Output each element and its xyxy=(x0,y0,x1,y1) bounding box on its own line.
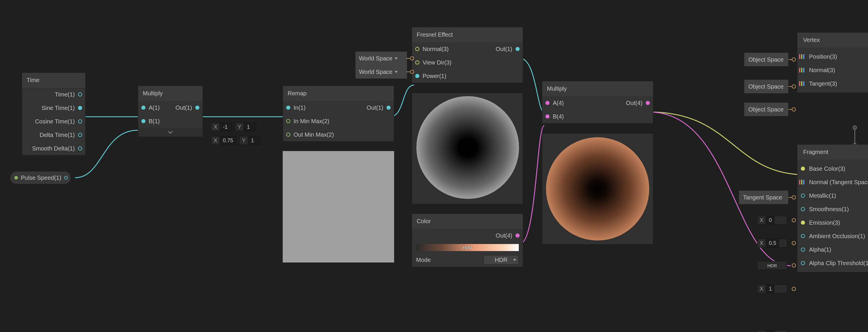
remap-preview xyxy=(283,151,394,263)
basecolor-port[interactable] xyxy=(801,167,805,171)
vertex-title: Vertex xyxy=(797,33,868,48)
position-port[interactable] xyxy=(799,54,807,59)
time-node[interactable]: Time Time(1) Sine Time(1) Cosine Time(1)… xyxy=(22,72,86,155)
remap-inmm: In Min Max(2) xyxy=(293,118,329,125)
vertex-normal-space[interactable]: Object Space xyxy=(744,80,788,93)
color-mode-label: Mode xyxy=(416,256,431,263)
normalts-port[interactable] xyxy=(799,180,807,184)
multiply-node-2[interactable]: Multiply A(4) Out(4) B(4) xyxy=(542,81,653,123)
remap-node[interactable]: Remap In(1) Out(1) In Min Max(2) Out Min… xyxy=(283,86,394,142)
remap-outmm: Out Min Max(2) xyxy=(293,131,334,138)
ao-value[interactable]: X1 xyxy=(757,284,787,293)
fresnel-viewdir-port[interactable] xyxy=(415,60,419,64)
remap-outmm-x[interactable]: X0.75 xyxy=(211,136,236,145)
ao-chip-ring[interactable] xyxy=(792,287,796,291)
vertex-tangent: Tangent(3) xyxy=(809,80,837,87)
color-mode-dropdown[interactable]: HDR xyxy=(484,255,519,265)
fragment-master[interactable]: Fragment Base Color(3) Normal (Tangent S… xyxy=(797,144,868,272)
time-node-title: Time xyxy=(22,73,85,88)
mul2-a: A(4) xyxy=(553,100,564,107)
vertex-position-space[interactable]: Object Space xyxy=(744,53,788,66)
metallic-chip-ring[interactable] xyxy=(792,218,796,222)
mul1-b: B(1) xyxy=(149,118,160,125)
smoothness-value[interactable]: X0.5 xyxy=(757,239,787,247)
fragment-normal-space[interactable]: Tangent Space xyxy=(739,191,788,204)
fresnel-viewdir-space[interactable]: World Space xyxy=(355,65,407,79)
pulse-speed-node[interactable]: Pulse Speed(1) xyxy=(10,171,71,184)
sine-time-port[interactable] xyxy=(78,106,82,110)
chevron-down-icon xyxy=(395,58,398,60)
multiply1-title: Multiply xyxy=(138,86,203,101)
smoothness-port[interactable] xyxy=(801,207,805,211)
pulse-in-port[interactable] xyxy=(14,176,18,180)
ao-port[interactable] xyxy=(801,234,805,238)
remap-inmm-y[interactable]: Y1 xyxy=(235,123,256,131)
mul1-b-port[interactable] xyxy=(141,119,146,123)
mul2-out-port[interactable] xyxy=(646,101,650,105)
remap-inmm-fields: X-1 Y1 xyxy=(211,123,256,131)
emission-chip-ring[interactable] xyxy=(792,263,796,268)
remap-outmm-port[interactable] xyxy=(286,132,290,137)
fresnel-normal-space[interactable]: World Space xyxy=(355,52,407,65)
frag-smoothness: Smoothness(1) xyxy=(809,206,849,213)
frag-basecolor: Base Color(3) xyxy=(809,165,845,172)
delta-time-port[interactable] xyxy=(78,133,82,137)
expand-toggle[interactable] xyxy=(138,128,203,137)
stack-connector-top[interactable] xyxy=(853,125,857,130)
vertex-master[interactable]: Vertex Position(3) Normal(3) Tangent(3) xyxy=(797,32,868,93)
multiply-node-1[interactable]: Multiply A(1) Out(1) B(1) xyxy=(138,86,203,137)
vtangent-port[interactable] xyxy=(799,81,807,86)
remap-out: Out(1) xyxy=(367,104,383,111)
emission-hdr-chip[interactable]: HDR xyxy=(757,261,787,270)
act-value[interactable]: X0 xyxy=(757,330,787,332)
remap-in-port[interactable] xyxy=(286,105,290,110)
color-title: Color xyxy=(412,214,523,229)
remap-out-port[interactable] xyxy=(386,105,391,110)
fresnel-power-port[interactable] xyxy=(415,74,419,78)
remap-in: In(1) xyxy=(293,104,306,111)
remap-outmm-y[interactable]: Y1 xyxy=(239,136,260,145)
cosine-time-out: Cosine Time(1) xyxy=(35,118,75,125)
mul1-a-port[interactable] xyxy=(141,105,146,110)
metallic-value[interactable]: X0 xyxy=(757,216,787,225)
smooth-delta-out: Smooth Delta(1) xyxy=(32,145,75,152)
alpha-port[interactable] xyxy=(801,247,805,252)
frag-metallic: Metallic(1) xyxy=(809,192,836,199)
color-node[interactable]: Color Out(4) HDR Mode HDR xyxy=(412,213,523,267)
frag-normalts: Normal (Tangent Space)(3) xyxy=(809,179,868,186)
fresnel-normal-port[interactable] xyxy=(415,47,419,51)
act-port[interactable] xyxy=(801,261,805,265)
vertex-position: Position(3) xyxy=(809,53,837,60)
delta-time-out: Delta Time(1) xyxy=(39,132,75,139)
mul2-b-port[interactable] xyxy=(546,114,550,119)
vnormal-port[interactable] xyxy=(799,68,807,72)
mul2-a-port[interactable] xyxy=(546,101,550,105)
color-swatch[interactable]: HDR xyxy=(416,244,519,251)
fresnel-node[interactable]: Fresnel Effect Normal(3) Out(1) View Dir… xyxy=(412,27,523,83)
color-out: Out(4) xyxy=(496,232,512,239)
color-out-port[interactable] xyxy=(516,234,520,238)
metallic-port[interactable] xyxy=(801,193,805,198)
mul1-a: A(1) xyxy=(149,104,160,111)
mul2-b: B(4) xyxy=(553,113,564,120)
stack-connector-line xyxy=(855,130,855,143)
time-port[interactable] xyxy=(78,92,82,96)
time-out: Time(1) xyxy=(55,91,75,98)
cosine-time-port[interactable] xyxy=(78,119,82,123)
remap-inmm-x[interactable]: X-1 xyxy=(211,123,232,131)
frag-act: Alpha Clip Threshold(1) xyxy=(809,260,868,267)
emission-port[interactable] xyxy=(801,220,805,225)
smooth-delta-port[interactable] xyxy=(78,146,82,150)
remap-inmm-port[interactable] xyxy=(286,119,290,123)
fresnel-out-port[interactable] xyxy=(516,47,520,51)
remap-title: Remap xyxy=(283,86,394,101)
smoothness-chip-ring[interactable] xyxy=(792,241,796,245)
vertex-normal: Normal(3) xyxy=(809,67,835,73)
frag-emission: Emission(3) xyxy=(809,219,840,226)
fresnel-out: Out(1) xyxy=(496,46,512,53)
mul1-out-port[interactable] xyxy=(195,105,199,110)
multiply2-preview xyxy=(546,137,649,241)
pulse-out-port[interactable] xyxy=(64,176,68,180)
vertex-tangent-space[interactable]: Object Space xyxy=(744,103,788,116)
fresnel-normal: Normal(3) xyxy=(423,46,449,53)
